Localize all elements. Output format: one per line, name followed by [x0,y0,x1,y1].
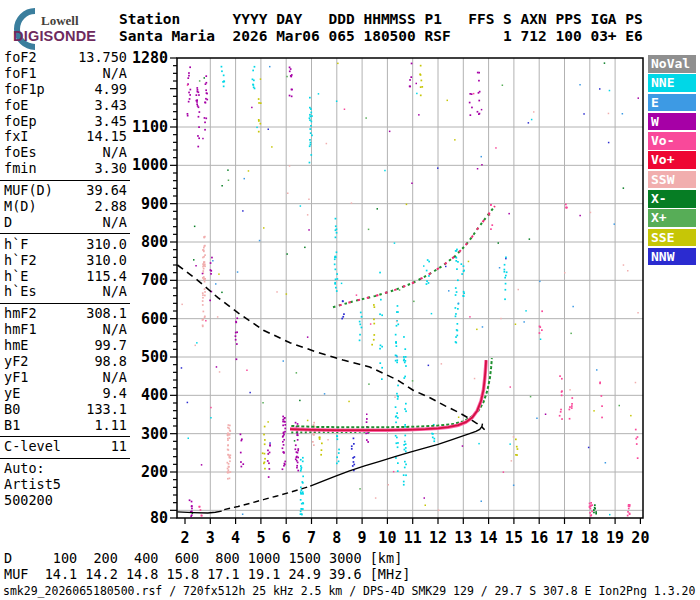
svg-text:600: 600 [141,310,168,328]
svg-text:15: 15 [505,529,523,547]
legend-item-SSE: SSE [648,229,696,247]
svg-text:800: 800 [141,233,168,251]
svg-text:500: 500 [141,348,168,366]
svg-text:2: 2 [180,529,189,547]
legend-item-X-: X- [648,190,696,208]
muf-row: MUF 14.1 14.2 14.8 15.8 17.1 19.1 24.9 3… [4,566,410,582]
svg-text:10: 10 [378,529,396,547]
svg-text:20: 20 [631,529,649,547]
svg-text:300: 300 [141,425,168,443]
svg-text:9: 9 [358,529,367,547]
ionogram-plot: 1280110010009008007006005004003002008023… [0,0,700,600]
svg-text:14: 14 [480,529,498,547]
dmuf-table: D 100 200 400 600 800 1000 1500 3000 [km… [4,551,410,583]
svg-text:900: 900 [141,195,168,213]
svg-text:200: 200 [141,463,168,481]
legend-item-W: W [648,113,696,131]
svg-text:1000: 1000 [132,156,168,174]
status-footer: smk29_2026065180500.rsf / 720fx512h 25 k… [3,584,695,598]
echo-legend: NoValNNEEWVo-Vo+SSWX-X+SSENNW [648,55,696,267]
svg-text:1280: 1280 [132,49,168,67]
svg-text:3: 3 [206,529,215,547]
legend-item-Vo+: Vo+ [648,151,696,169]
svg-text:17: 17 [555,529,573,547]
svg-text:6: 6 [282,529,291,547]
d-row: D 100 200 400 600 800 1000 1500 3000 [km… [4,550,402,566]
svg-text:7: 7 [307,529,316,547]
svg-text:5: 5 [256,529,265,547]
legend-item-Vo-: Vo- [648,132,696,150]
svg-text:1100: 1100 [132,118,168,136]
svg-text:400: 400 [141,386,168,404]
legend-item-E: E [648,94,696,112]
svg-text:8: 8 [332,529,341,547]
legend-item-SSW: SSW [648,171,696,189]
legend-item-NNE: NNE [648,74,696,92]
svg-text:700: 700 [141,271,168,289]
svg-text:16: 16 [530,529,548,547]
legend-item-NNW: NNW [648,248,696,266]
svg-text:18: 18 [581,529,599,547]
legend-item-X+: X+ [648,209,696,227]
svg-text:12: 12 [429,529,447,547]
svg-text:4: 4 [231,529,240,547]
ionogram-screen: Lowell DIGISONDE Station YYYY DAY DDD HH… [0,0,700,600]
svg-text:11: 11 [404,529,422,547]
svg-text:13: 13 [454,529,472,547]
legend-item-NoVal: NoVal [648,55,696,73]
svg-text:19: 19 [606,529,624,547]
svg-text:80: 80 [150,509,168,527]
